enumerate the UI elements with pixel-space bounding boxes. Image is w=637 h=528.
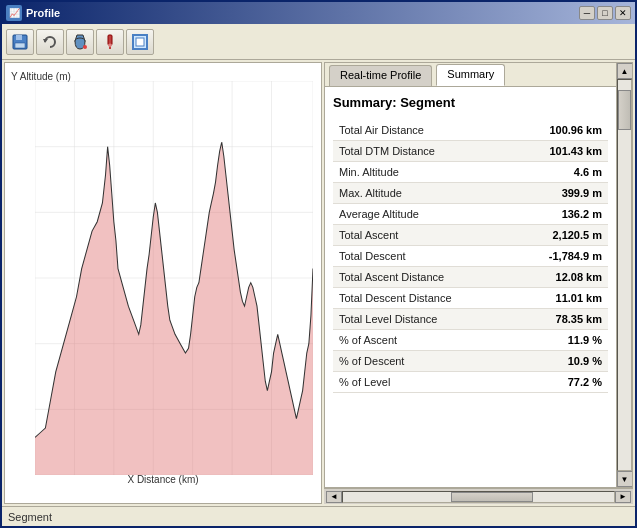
table-row: % of Descent 10.9 % (333, 351, 608, 372)
row-value: 100.96 km (498, 120, 608, 141)
close-button[interactable]: ✕ (615, 6, 631, 20)
status-text: Segment (8, 511, 52, 523)
table-row: Total Level Distance 78.35 km (333, 309, 608, 330)
summary-content: Summary: Segment Total Air Distance 100.… (325, 87, 616, 487)
table-row: % of Level 77.2 % (333, 372, 608, 393)
hscroll-track[interactable] (342, 491, 615, 503)
paint-button[interactable] (96, 29, 124, 55)
altitude-chart: 399.9 320.9 241.8 162.7 83.7 4.6 0 10,12… (35, 81, 313, 475)
main-window: 📈 Profile ─ □ ✕ (0, 0, 637, 528)
table-row: Average Altitude 136.2 m (333, 204, 608, 225)
scroll-down-button[interactable]: ▼ (617, 471, 633, 487)
table-row: % of Ascent 11.9 % (333, 330, 608, 351)
row-value: 12.08 km (498, 267, 608, 288)
row-label: % of Descent (333, 351, 498, 372)
undo-button[interactable] (36, 29, 64, 55)
row-label: Total Descent Distance (333, 288, 498, 309)
scroll-track[interactable] (617, 79, 632, 471)
table-row: Total Descent Distance 11.01 km (333, 288, 608, 309)
row-value: 101.43 km (498, 141, 608, 162)
summary-table: Total Air Distance 100.96 km Total DTM D… (333, 120, 608, 393)
row-label: Total Ascent Distance (333, 267, 498, 288)
tab-summary[interactable]: Summary (436, 64, 505, 86)
hscroll-thumb[interactable] (451, 492, 532, 502)
table-row: Total Air Distance 100.96 km (333, 120, 608, 141)
tabs-bar: Real-time Profile Summary (325, 63, 616, 87)
window-controls: ─ □ ✕ (579, 6, 631, 20)
vertical-scrollbar[interactable]: ▲ ▼ (616, 63, 632, 487)
row-label: Min. Altitude (333, 162, 498, 183)
title-bar: 📈 Profile ─ □ ✕ (2, 2, 635, 24)
save-button[interactable] (6, 29, 34, 55)
scroll-up-button[interactable]: ▲ (617, 63, 633, 79)
table-row: Total Ascent 2,120.5 m (333, 225, 608, 246)
tab-realtime[interactable]: Real-time Profile (329, 65, 432, 86)
chart-panel: Y Altitude (m) X Distance (km) (4, 62, 322, 504)
row-value: 78.35 km (498, 309, 608, 330)
svg-marker-3 (43, 39, 48, 43)
row-value: 11.9 % (498, 330, 608, 351)
svg-rect-10 (136, 38, 144, 46)
table-row: Total DTM Distance 101.43 km (333, 141, 608, 162)
frame-button[interactable] (126, 29, 154, 55)
row-label: % of Level (333, 372, 498, 393)
row-label: Max. Altitude (333, 183, 498, 204)
row-value: 399.9 m (498, 183, 608, 204)
svg-rect-1 (16, 35, 22, 40)
x-axis-label: X Distance (km) (127, 474, 198, 485)
row-value: 77.2 % (498, 372, 608, 393)
row-label: Total Descent (333, 246, 498, 267)
row-value: -1,784.9 m (498, 246, 608, 267)
row-label: Total Ascent (333, 225, 498, 246)
window-title: Profile (26, 7, 60, 19)
main-area: Y Altitude (m) X Distance (km) (2, 60, 635, 506)
title-bar-left: 📈 Profile (6, 5, 60, 21)
scroll-thumb[interactable] (618, 90, 631, 130)
row-label: Total Air Distance (333, 120, 498, 141)
row-value: 4.6 m (498, 162, 608, 183)
maximize-button[interactable]: □ (597, 6, 613, 20)
table-row: Min. Altitude 4.6 m (333, 162, 608, 183)
row-value: 136.2 m (498, 204, 608, 225)
summary-title: Summary: Segment (333, 95, 608, 110)
table-row: Total Ascent Distance 12.08 km (333, 267, 608, 288)
row-label: Average Altitude (333, 204, 498, 225)
minimize-button[interactable]: ─ (579, 6, 595, 20)
svg-rect-2 (15, 43, 25, 48)
scroll-right-button[interactable]: ► (615, 491, 631, 503)
svg-point-7 (108, 43, 112, 46)
window-icon: 📈 (6, 5, 22, 21)
svg-point-5 (83, 45, 87, 49)
horizontal-scrollbar[interactable]: ◄ ► (324, 488, 633, 504)
row-value: 10.9 % (498, 351, 608, 372)
table-row: Total Descent -1,784.9 m (333, 246, 608, 267)
status-bar: Segment (2, 506, 635, 526)
bucket-button[interactable] (66, 29, 94, 55)
row-label: Total DTM Distance (333, 141, 498, 162)
scroll-left-button[interactable]: ◄ (326, 491, 342, 503)
table-row: Max. Altitude 399.9 m (333, 183, 608, 204)
row-label: % of Ascent (333, 330, 498, 351)
row-label: Total Level Distance (333, 309, 498, 330)
toolbar (2, 24, 635, 60)
row-value: 11.01 km (498, 288, 608, 309)
row-value: 2,120.5 m (498, 225, 608, 246)
